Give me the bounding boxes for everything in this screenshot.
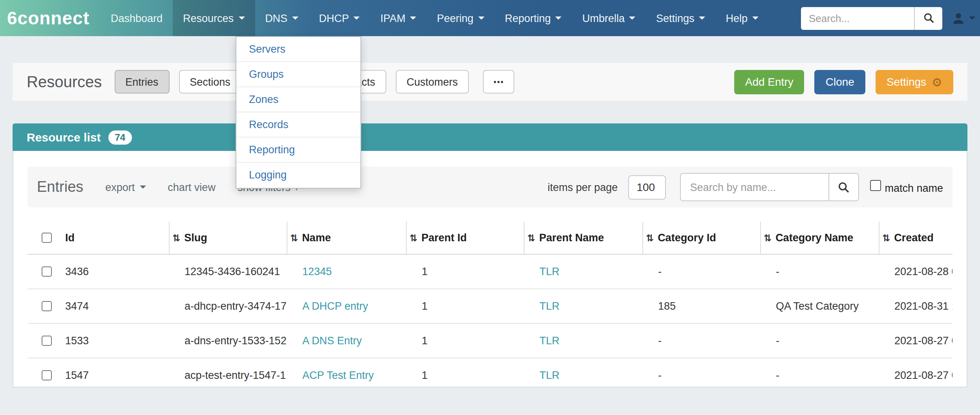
nav-label: Resources (183, 12, 234, 24)
chevron-down-icon (969, 17, 975, 20)
chevron-down-icon (629, 17, 636, 20)
column-header-category-id[interactable]: ⇅Category Id (642, 222, 760, 254)
clone-button[interactable]: Clone (815, 70, 865, 94)
main-nav: Dashboard Resources DNS DHCP IPAM Peerin… (101, 0, 769, 36)
add-entry-button[interactable]: Add Entry (734, 70, 804, 94)
nav-item-umbrella[interactable]: Umbrella (572, 0, 646, 36)
global-search-button[interactable] (914, 7, 942, 29)
category-name-cell: - (760, 358, 879, 387)
match-name: match name (870, 180, 943, 194)
nav-label: Reporting (505, 12, 551, 24)
nav-label: DHCP (319, 12, 349, 24)
header-actions: Add Entry Clone Settings ⚙ (734, 70, 953, 94)
page-title: Resources (27, 73, 102, 91)
parent-id-cell: 1 (406, 254, 524, 289)
nav-item-resources[interactable]: Resources (173, 0, 255, 36)
search-icon (837, 181, 849, 193)
name-link[interactable]: A DNS Entry (302, 335, 362, 347)
user-menu[interactable] (952, 11, 975, 25)
row-checkbox[interactable] (42, 301, 52, 311)
category-id-cell: 185 (642, 289, 760, 323)
ellipsis-icon: ⋯ (493, 75, 505, 88)
settings-button[interactable]: Settings ⚙ (876, 70, 953, 94)
row-checkbox[interactable] (42, 336, 52, 346)
parent-name-link[interactable]: TLR (539, 335, 559, 347)
tab-sections[interactable]: Sections (179, 70, 241, 94)
chevron-down-icon (410, 17, 417, 20)
slug-cell: 12345-3436-160241 (169, 254, 287, 289)
logo[interactable]: 6connect (0, 0, 101, 36)
select-all-checkbox[interactable] (42, 233, 52, 243)
nav-item-settings[interactable]: Settings (646, 0, 716, 36)
slug-cell: a-dhcp-entry-3474-17... (169, 289, 287, 323)
match-name-checkbox[interactable] (870, 180, 881, 191)
name-link[interactable]: 12345 (302, 266, 332, 277)
table-row: 3474 a-dhcp-entry-3474-17... A DHCP entr… (27, 289, 953, 323)
name-link[interactable]: ACP Test Entry (302, 369, 374, 381)
nav-item-peering[interactable]: Peering (427, 0, 495, 36)
nav-label: Settings (656, 12, 695, 24)
global-search-input[interactable] (801, 7, 914, 29)
nav-item-reporting[interactable]: Reporting (495, 0, 572, 36)
nav-item-dashboard[interactable]: Dashboard (101, 0, 173, 36)
menu-item-logging[interactable]: Logging (236, 163, 360, 188)
sort-icon: ⇅ (527, 233, 535, 244)
category-id-cell: - (642, 358, 760, 387)
category-name-cell: QA Test Category (760, 289, 879, 323)
parent-name-link[interactable]: TLR (539, 369, 559, 381)
panel-title: Resource list (27, 130, 101, 144)
name-link[interactable]: A DHCP entry (302, 300, 368, 312)
select-all-cell (27, 222, 65, 254)
sort-icon: ⇅ (410, 233, 417, 244)
nav-label: Peering (437, 12, 474, 24)
menu-item-groups[interactable]: Groups (236, 62, 360, 87)
resource-count-badge: 74 (108, 130, 132, 144)
items-per-page-input[interactable] (628, 175, 666, 199)
nav-item-dhcp[interactable]: DHCP (309, 0, 370, 36)
items-per-page-label: items per page (548, 181, 618, 193)
resource-list-header: Resource list 74 (13, 123, 967, 151)
column-header-id[interactable]: Id (65, 222, 169, 254)
column-header-parent-name[interactable]: ⇅Parent Name (524, 222, 642, 254)
column-header-slug[interactable]: ⇅Slug (169, 222, 287, 254)
sort-icon: ⇅ (882, 233, 890, 244)
row-checkbox[interactable] (42, 370, 52, 380)
nav-label: DNS (265, 12, 287, 24)
menu-item-records[interactable]: Records (236, 112, 360, 138)
search-by-name-input[interactable] (680, 173, 829, 201)
category-name-cell: - (760, 254, 879, 289)
created-cell: 2021-08-28 0 (879, 254, 953, 289)
nav-item-dns[interactable]: DNS (255, 0, 309, 36)
parent-id-cell: 1 (406, 289, 524, 323)
chart-view-link[interactable]: chart view (168, 181, 216, 193)
category-id-cell: - (642, 323, 760, 358)
tab-entries[interactable]: Entries (114, 70, 169, 94)
menu-item-servers[interactable]: Servers (236, 37, 360, 62)
search-by-name-button[interactable] (829, 173, 859, 201)
export-dropdown[interactable]: export (105, 181, 146, 193)
nav-item-ipam[interactable]: IPAM (370, 0, 427, 36)
more-tabs-button[interactable]: ⋯ (483, 70, 515, 94)
column-header-created[interactable]: ⇅Created (879, 222, 953, 254)
menu-item-reporting[interactable]: Reporting (236, 138, 360, 163)
parent-name-link[interactable]: TLR (539, 266, 559, 277)
parent-name-link[interactable]: TLR (539, 300, 559, 312)
name-search (680, 173, 859, 201)
slug-cell: acp-test-entry-1547-1... (169, 358, 287, 387)
resource-list-panel: Resource list 74 Entries export chart vi… (13, 123, 967, 387)
sort-icon: ⇅ (172, 233, 180, 244)
tab-customers[interactable]: Customers (395, 70, 469, 94)
created-cell: 2021-08-27 0 (879, 323, 953, 358)
slug-cell: a-dns-entry-1533-152... (169, 323, 287, 358)
table-row: 1533 a-dns-entry-1533-152... A DNS Entry… (27, 323, 953, 358)
menu-item-zones[interactable]: Zones (236, 87, 360, 112)
chevron-down-icon (292, 17, 298, 20)
nav-item-help[interactable]: Help (716, 0, 769, 36)
column-header-parent-id[interactable]: ⇅Parent Id (406, 222, 524, 254)
entries-toolbar: Entries export chart view show filters +… (27, 167, 953, 208)
column-header-category-name[interactable]: ⇅Category Name (760, 222, 879, 254)
category-id-cell: - (642, 254, 760, 289)
row-checkbox[interactable] (42, 266, 52, 277)
created-cell: 2021-08-27 0 (879, 358, 953, 387)
column-header-name[interactable]: ⇅Name (287, 222, 406, 254)
